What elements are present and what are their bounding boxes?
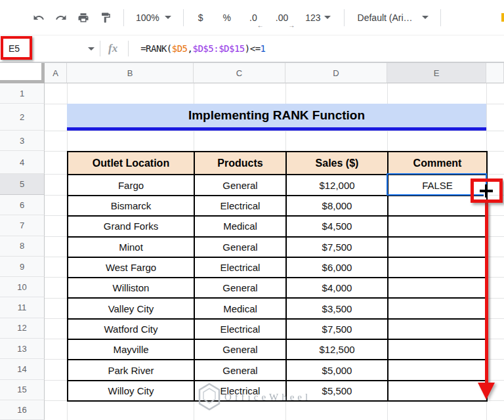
cell-D14[interactable]: $5,000 (286, 360, 388, 380)
column-header-A[interactable]: A (45, 63, 67, 83)
cell-B5[interactable]: Fargo (68, 175, 194, 196)
cell-E9[interactable] (388, 257, 487, 278)
formula-segment: $D$5:$D$15 (192, 43, 244, 54)
column-header-C[interactable]: C (194, 63, 285, 83)
cell-C6[interactable]: Electrical (194, 196, 286, 216)
decrease-decimal-button[interactable]: .0 ← (244, 7, 262, 28)
header-cell-B4[interactable]: Outlet Location (68, 152, 194, 175)
toolbar-divider (183, 9, 184, 26)
cell-C13[interactable]: General (194, 339, 286, 360)
arrow-left-icon: ← (257, 22, 264, 29)
cell-C9[interactable]: Electrical (194, 257, 286, 278)
title-cell[interactable]: Implementing RANK Function (67, 104, 486, 131)
fill-color-icon[interactable] (501, 13, 504, 22)
cell-B8[interactable]: Minot (68, 237, 194, 257)
row-header-3[interactable]: 3 (0, 131, 45, 151)
header-cell-E4[interactable]: Comment (388, 152, 487, 175)
cell-D9[interactable]: $6,000 (286, 257, 388, 278)
zoom-select[interactable]: 100% (131, 7, 177, 28)
select-all-corner[interactable] (0, 63, 45, 83)
row-header-12[interactable]: 12 (0, 318, 45, 339)
cell-B7[interactable]: Grand Forks (68, 216, 194, 236)
cell-E14[interactable] (388, 360, 487, 380)
table-row: West FargoElectrical$6,000 (68, 257, 487, 278)
cell-C14[interactable]: General (194, 360, 286, 380)
cell-B13[interactable]: Mayville (68, 339, 194, 360)
row-header-11[interactable]: 11 (0, 297, 45, 318)
cell-C7[interactable]: Medical (194, 216, 286, 236)
row-header-10[interactable]: 10 (0, 277, 45, 297)
row-header-7[interactable]: 7 (0, 215, 45, 236)
cell-C15[interactable]: Electrical (194, 381, 286, 401)
cell-E15[interactable] (388, 381, 487, 401)
print-button[interactable] (72, 7, 94, 28)
row-header-1[interactable]: 1 (0, 83, 45, 104)
cell-C12[interactable]: Electrical (194, 319, 286, 339)
row-header-2[interactable]: 2 (0, 104, 45, 131)
cell-E10[interactable] (388, 278, 487, 298)
column-header-partial[interactable] (486, 63, 504, 83)
cell-D6[interactable]: $8,000 (286, 196, 388, 216)
redo-button[interactable] (50, 7, 72, 28)
column-header-E[interactable]: E (387, 63, 486, 83)
format-percent-button[interactable]: % (218, 7, 236, 28)
format-currency-button[interactable]: $ (193, 7, 209, 28)
cell-B11[interactable]: Valley City (68, 298, 194, 318)
cell-D11[interactable]: $3,500 (286, 298, 388, 318)
table-row: Park RiverGeneral$5,000 (68, 360, 487, 380)
cell-D7[interactable]: $4,500 (286, 216, 388, 236)
cell-E8[interactable] (388, 237, 487, 257)
cell-D15[interactable]: $5,500 (286, 381, 388, 401)
paint-format-button[interactable] (94, 7, 117, 28)
row-header-15[interactable]: 15 (0, 380, 45, 400)
formula-segment: $D5 (172, 43, 188, 54)
more-formats-button[interactable]: 123 (300, 7, 333, 28)
cell-C11[interactable]: Medical (194, 298, 286, 318)
cell-B12[interactable]: Watford City (68, 319, 194, 339)
cell-E13[interactable] (388, 339, 487, 360)
font-select[interactable]: Default (Ari… (352, 7, 434, 28)
cell-B15[interactable]: Willoy City (68, 381, 194, 401)
row-header-16[interactable]: 16 (0, 400, 45, 420)
cell-B9[interactable]: West Fargo (68, 257, 194, 278)
cell-B10[interactable]: Williston (68, 278, 194, 298)
cell-C8[interactable]: General (194, 237, 286, 257)
cell-C5[interactable]: General (194, 175, 286, 196)
fx-icon: fx (108, 42, 117, 55)
cell-D12[interactable]: $7,500 (286, 319, 388, 339)
cell-E11[interactable] (388, 298, 487, 318)
formula-segment: 1 (261, 43, 266, 54)
increase-decimal-button[interactable]: .00 → (270, 7, 293, 28)
cell-D5[interactable]: $12,000 (286, 175, 388, 196)
row-header-14[interactable]: 14 (0, 359, 45, 379)
row-header-13[interactable]: 13 (0, 339, 45, 359)
cell-D10[interactable]: $4,000 (286, 278, 388, 298)
cell-B6[interactable]: Bismarck (68, 196, 194, 216)
sheet-title: Implementing RANK Function (188, 108, 365, 123)
row-header-4[interactable]: 4 (0, 151, 45, 174)
column-header-D[interactable]: D (285, 63, 387, 83)
row-header-6[interactable]: 6 (0, 195, 45, 215)
row-header-9[interactable]: 9 (0, 257, 45, 277)
paint-roller-icon (100, 12, 112, 24)
name-box[interactable]: E5 (0, 35, 100, 62)
undo-button[interactable] (28, 7, 50, 28)
cell-D13[interactable]: $12,500 (286, 339, 388, 360)
column-header-B[interactable]: B (67, 63, 194, 83)
header-cell-C4[interactable]: Products (194, 152, 286, 175)
cell-B14[interactable]: Park River (68, 360, 194, 380)
cell-C10[interactable]: General (194, 278, 286, 298)
header-cell-D4[interactable]: Sales ($) (286, 152, 388, 175)
cell-D8[interactable]: $7,500 (286, 237, 388, 257)
table-row: Watford CityElectrical$7,500 (68, 319, 487, 339)
undo-icon (33, 12, 45, 24)
toolbar-divider (440, 9, 441, 26)
cell-E12[interactable] (388, 319, 487, 339)
formula-bar-divider (128, 41, 129, 56)
row-headers: 12345678910111213141516 (0, 83, 45, 420)
fill-handle-plus-cursor-icon (478, 182, 495, 200)
row-header-8[interactable]: 8 (0, 236, 45, 257)
row-header-5[interactable]: 5 (0, 174, 45, 195)
cell-E7[interactable] (388, 216, 487, 236)
formula-input[interactable]: =RANK($D5,$D$5:$D$15)<=1 (140, 43, 265, 54)
